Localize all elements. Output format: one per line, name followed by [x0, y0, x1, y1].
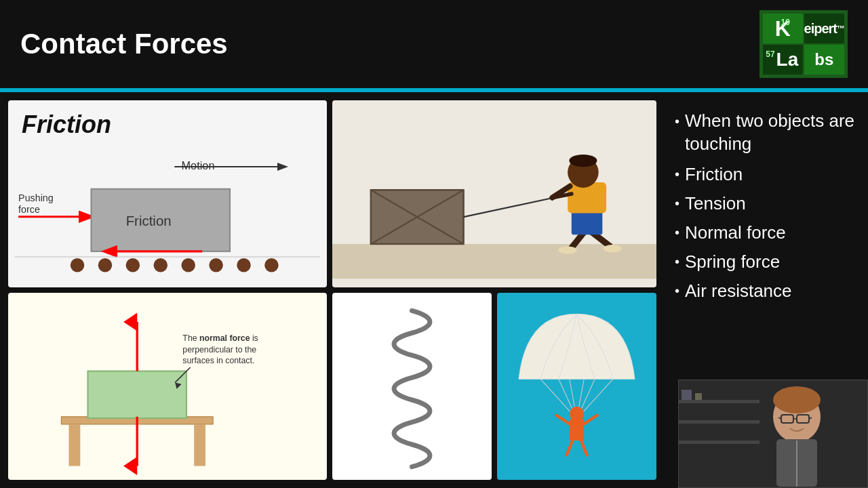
logo-cell-eipert: eipert™ [804, 14, 844, 43]
svg-text:perpendicular to the: perpendicular to the [182, 345, 256, 354]
svg-line-53 [567, 441, 573, 455]
logo-cell-k: 19 K [763, 14, 803, 43]
logo: 19 K eipert™ 57 La bs [760, 10, 848, 78]
svg-line-52 [584, 415, 597, 424]
svg-line-54 [581, 441, 587, 455]
svg-point-15 [71, 258, 84, 272]
header: Contact Forces 19 K eipert™ 57 La bs [0, 0, 868, 88]
bullet-friction: • Friction [675, 160, 858, 189]
images-area: Friction Motion Pushing force Friction [0, 92, 665, 488]
svg-point-14 [264, 258, 278, 272]
svg-point-32 [569, 155, 597, 167]
normal-force-panel: The normal force is perpendicular to the… [8, 293, 327, 480]
svg-text:The normal force is: The normal force is [182, 333, 258, 343]
logo-cell-la: 57 La [763, 45, 803, 75]
svg-point-11 [181, 258, 195, 272]
svg-rect-36 [88, 371, 186, 418]
person-pulling-panel [332, 100, 656, 287]
friction-title: Friction [22, 110, 111, 139]
svg-point-25 [558, 246, 576, 253]
svg-point-50 [570, 407, 584, 421]
bullet-list: • When two objects are touching • Fricti… [675, 106, 858, 306]
svg-point-12 [209, 258, 222, 272]
logo-cell-bs: bs [804, 45, 844, 75]
svg-line-51 [557, 415, 570, 424]
svg-rect-35 [194, 424, 205, 466]
svg-rect-34 [69, 424, 81, 466]
bullet-intro: • When two objects are touching [675, 106, 858, 160]
parachute-panel [497, 293, 656, 480]
webcam-feed [679, 380, 867, 487]
svg-text:force: force [18, 204, 40, 215]
spring-panel [332, 293, 492, 480]
svg-point-26 [603, 245, 621, 252]
svg-rect-57 [678, 420, 760, 424]
webcam-overlay [678, 380, 868, 488]
bullet-spring: • Spring force [675, 247, 858, 277]
svg-point-13 [237, 258, 250, 272]
svg-text:Motion: Motion [181, 159, 214, 171]
bullet-normal: • Normal force [675, 218, 858, 247]
svg-rect-55 [678, 380, 868, 488]
friction-diagram: Motion Pushing force Friction [15, 139, 320, 281]
svg-rect-59 [682, 390, 692, 400]
page-title: Contact Forces [20, 28, 228, 60]
friction-panel: Friction Motion Pushing force Friction [8, 100, 327, 287]
svg-rect-49 [570, 419, 584, 441]
svg-text:Friction: Friction [126, 213, 172, 228]
svg-point-10 [154, 258, 167, 272]
svg-rect-60 [695, 393, 702, 400]
svg-rect-58 [678, 441, 760, 444]
svg-point-8 [98, 258, 112, 272]
svg-rect-56 [678, 400, 760, 403]
svg-text:Pushing: Pushing [18, 192, 54, 203]
svg-text:surfaces in contact.: surfaces in contact. [182, 356, 254, 365]
svg-point-9 [126, 258, 140, 272]
svg-point-62 [773, 386, 821, 413]
bullet-air: • Air resistance [675, 277, 858, 306]
bullet-tension: • Tension [675, 189, 858, 218]
